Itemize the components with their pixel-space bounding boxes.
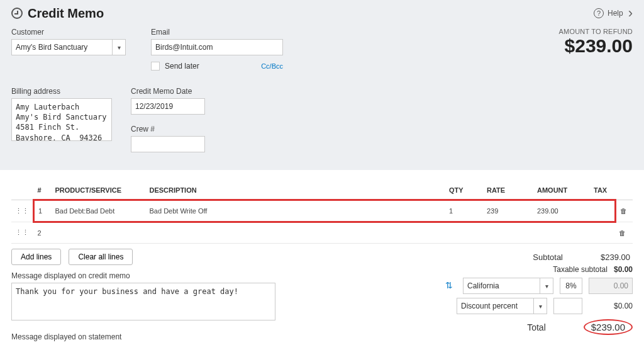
email-input[interactable] [151, 39, 283, 55]
memo-message-label: Message displayed on credit memo [11, 271, 275, 280]
row1-desc[interactable]: Bad Debt Write Off [146, 200, 446, 222]
total-label: Total [527, 322, 546, 332]
amount-to-refund-value: $239.00 [559, 35, 633, 57]
tax-region-select[interactable] [463, 278, 540, 294]
subtotal-value: $239.00 [601, 252, 630, 262]
customer-dropdown-caret[interactable]: ▾ [112, 39, 126, 55]
row1-tax[interactable] [590, 200, 615, 222]
billing-address-input[interactable] [11, 98, 112, 141]
col-amount: AMOUNT [533, 181, 590, 200]
row1-amount[interactable]: 239.00 [533, 200, 590, 222]
taxable-subtotal-label: Taxable subtotal [553, 265, 608, 274]
help-icon: ? [594, 8, 604, 18]
drag-handle-icon[interactable]: ⋮⋮ [11, 200, 34, 222]
row2-tax[interactable] [590, 222, 615, 244]
line-item-row[interactable]: ⋮⋮ 2 🗑 [11, 222, 633, 244]
col-drag [11, 181, 34, 200]
col-rate: RATE [483, 181, 533, 200]
row2-amount[interactable] [533, 222, 590, 244]
row1-rate[interactable]: 239 [483, 200, 533, 222]
row2-rate[interactable] [483, 222, 533, 244]
help-label: Help [608, 9, 623, 18]
col-tax: TAX [590, 181, 615, 200]
history-icon[interactable] [11, 8, 23, 19]
discount-amount: $0.00 [589, 302, 633, 310]
close-chevron-icon[interactable]: › [628, 5, 633, 21]
row1-num: 1 [34, 200, 52, 222]
discount-value-input[interactable] [553, 298, 582, 314]
row2-product[interactable] [52, 222, 146, 244]
amount-to-refund-label: AMOUNT TO REFUND [559, 28, 633, 35]
total-value: $239.00 [584, 319, 633, 335]
col-qty: QTY [445, 181, 483, 200]
help-button[interactable]: ? Help [594, 8, 623, 18]
col-product: PRODUCT/SERVICE [52, 181, 146, 200]
customer-label: Customer [11, 28, 126, 37]
col-trash [615, 181, 633, 200]
email-label: Email [151, 28, 283, 37]
row2-desc[interactable] [146, 222, 446, 244]
tax-region-caret[interactable]: ▾ [540, 278, 553, 294]
delete-row-icon[interactable]: 🗑 [615, 200, 633, 222]
row1-qty[interactable]: 1 [445, 200, 483, 222]
discount-type-select[interactable] [457, 298, 533, 314]
subtotal-label: Subtotal [533, 252, 563, 262]
delete-row-icon[interactable]: 🗑 [615, 222, 633, 244]
row2-num: 2 [34, 222, 52, 244]
tax-amount-display [589, 278, 633, 294]
taxable-subtotal-value: $0.00 [614, 265, 633, 274]
col-num: # [34, 181, 52, 200]
send-later-label: Send later [165, 62, 199, 71]
customer-select[interactable] [11, 39, 112, 55]
send-later-checkbox[interactable] [151, 62, 160, 71]
statement-message-label: Message displayed on statement [11, 332, 275, 341]
crew-label: Crew # [131, 125, 205, 133]
memo-message-input[interactable] [11, 283, 275, 320]
row2-qty[interactable] [445, 222, 483, 244]
crew-number-input[interactable] [131, 136, 205, 152]
discount-type-caret[interactable]: ▾ [533, 298, 547, 314]
page-title: Credit Memo [28, 6, 104, 21]
line-item-row[interactable]: ⋮⋮ 1 Bad Debt:Bad Debt Bad Debt Write Of… [11, 200, 633, 222]
col-description: DESCRIPTION [146, 181, 446, 200]
row1-product[interactable]: Bad Debt:Bad Debt [52, 200, 146, 222]
tax-percent-input[interactable] [560, 278, 582, 294]
billing-label: Billing address [11, 87, 112, 96]
add-lines-button[interactable]: Add lines [11, 249, 61, 265]
ccbcc-link[interactable]: Cc/Bcc [261, 62, 283, 70]
credit-memo-date-input[interactable] [131, 98, 205, 115]
drag-handle-icon[interactable]: ⋮⋮ [11, 222, 34, 244]
swap-icon[interactable]: ⇅ [445, 280, 457, 292]
date-label: Credit Memo Date [131, 87, 205, 96]
clear-all-lines-button[interactable]: Clear all lines [69, 249, 133, 265]
